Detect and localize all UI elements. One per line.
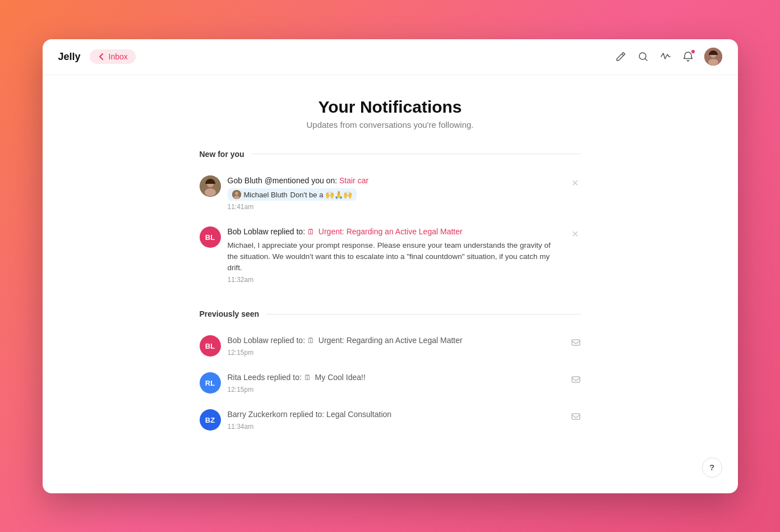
notification-author: Bob Loblaw replied to: bbox=[228, 227, 307, 236]
ticket-icon: 🗓 bbox=[304, 373, 311, 383]
notification-title: Rita Leeds replied to: 🗓 My Cool Idea!! bbox=[228, 372, 564, 383]
notification-author: Gob Bluth @mentioned you on: bbox=[228, 176, 339, 185]
notification-body: Bob Loblaw replied to: 🗓 Urgent: Regardi… bbox=[228, 335, 564, 357]
notification-time: 11:32am bbox=[228, 276, 562, 284]
avatar: BL bbox=[200, 226, 221, 248]
notification-preview: Michael, I appreciate your prompt respon… bbox=[228, 240, 562, 274]
notification-title: Gob Bluth @mentioned you on: Stair car bbox=[228, 175, 562, 187]
svg-rect-12 bbox=[572, 414, 580, 419]
notifications-bell-icon[interactable] bbox=[682, 50, 694, 63]
notification-link[interactable]: 🗓 Urgent: Regarding an Active Legal Matt… bbox=[307, 227, 463, 236]
previously-seen-section-header: Previously seen bbox=[200, 309, 581, 318]
mention-text: Don't be a 🙌🙏🙌 bbox=[290, 191, 352, 199]
notification-item: Gob Bluth @mentioned you on: Stair car bbox=[200, 168, 581, 219]
notification-body: Rita Leeds replied to: 🗓 My Cool Idea!! … bbox=[228, 372, 564, 394]
notification-item: RL Rita Leeds replied to: 🗓 My Cool Idea… bbox=[200, 364, 581, 401]
inbox-button[interactable]: Inbox bbox=[90, 49, 136, 64]
avatar: BL bbox=[200, 335, 221, 357]
page-subtitle: Updates from conversations you're follow… bbox=[43, 120, 738, 129]
mark-read-button[interactable] bbox=[571, 411, 581, 424]
previously-seen-label: Previously seen bbox=[200, 309, 260, 318]
notification-item: BZ Barry Zuckerkorn replied to: Legal Co… bbox=[200, 401, 581, 438]
back-arrow-icon bbox=[98, 53, 105, 61]
user-avatar[interactable] bbox=[704, 48, 722, 66]
notification-dot bbox=[691, 49, 695, 54]
avatar bbox=[200, 175, 221, 197]
previously-seen-section: Previously seen BL Bob Loblaw replied to… bbox=[200, 309, 581, 438]
svg-point-8 bbox=[235, 192, 238, 195]
notification-item: BL Bob Loblaw replied to: 🗓 Urgent: Rega… bbox=[200, 327, 581, 364]
notification-title: Bob Loblaw replied to: 🗓 Urgent: Regardi… bbox=[228, 226, 562, 238]
help-button[interactable]: ? bbox=[702, 457, 722, 478]
activity-icon[interactable] bbox=[659, 50, 672, 63]
page-title: Your Notifications bbox=[43, 98, 738, 117]
ticket-icon: 🗓 bbox=[307, 336, 315, 346]
notification-time: 11:34am bbox=[228, 423, 564, 431]
notification-time: 12:15pm bbox=[228, 386, 564, 394]
notification-time: 12:15pm bbox=[228, 349, 564, 357]
close-button[interactable]: ✕ bbox=[569, 228, 581, 240]
mention-chip: Michael Bluth Don't be a 🙌🙏🙌 bbox=[228, 188, 357, 201]
notification-time: 11:41am bbox=[228, 203, 562, 211]
inbox-label: Inbox bbox=[109, 52, 128, 61]
notification-title: Barry Zuckerkorn replied to: Legal Consu… bbox=[228, 409, 564, 420]
app-body: Your Notifications Updates from conversa… bbox=[43, 75, 738, 493]
section-divider bbox=[266, 314, 580, 314]
page-header: Your Notifications Updates from conversa… bbox=[43, 98, 738, 129]
notification-body: Gob Bluth @mentioned you on: Stair car bbox=[228, 175, 562, 211]
compose-icon[interactable] bbox=[615, 50, 627, 63]
section-divider bbox=[251, 154, 581, 154]
avatar: BZ bbox=[200, 409, 221, 431]
app-title: Jelly bbox=[58, 51, 81, 63]
header-left: Jelly Inbox bbox=[58, 49, 136, 64]
new-for-you-section-header: New for you bbox=[200, 150, 581, 159]
notification-body: Bob Loblaw replied to: 🗓 Urgent: Regardi… bbox=[228, 226, 562, 284]
new-for-you-label: New for you bbox=[200, 150, 244, 159]
notifications-container: New for you Gob bbox=[188, 150, 592, 439]
notification-item: BL Bob Loblaw replied to: 🗓 Urgent: Rega… bbox=[200, 219, 581, 292]
app-header: Jelly Inbox bbox=[43, 39, 738, 75]
header-right bbox=[615, 48, 722, 66]
mark-read-button[interactable] bbox=[571, 374, 581, 387]
notification-body: Barry Zuckerkorn replied to: Legal Consu… bbox=[228, 409, 564, 431]
mention-name: Michael Bluth bbox=[244, 191, 288, 199]
ticket-icon: 🗓 bbox=[307, 227, 315, 237]
mark-read-button[interactable] bbox=[571, 337, 581, 350]
notification-link[interactable]: Stair car bbox=[339, 176, 368, 185]
svg-point-3 bbox=[708, 59, 718, 66]
svg-rect-10 bbox=[572, 340, 580, 345]
mention-avatar bbox=[232, 190, 241, 199]
main-content: Your Notifications Updates from conversa… bbox=[43, 75, 738, 493]
search-icon[interactable] bbox=[637, 50, 649, 63]
close-button[interactable]: ✕ bbox=[569, 177, 581, 189]
svg-point-9 bbox=[234, 196, 239, 199]
notification-title: Bob Loblaw replied to: 🗓 Urgent: Regardi… bbox=[228, 335, 564, 346]
avatar: RL bbox=[200, 372, 221, 394]
svg-rect-11 bbox=[572, 377, 580, 382]
svg-point-6 bbox=[205, 188, 216, 196]
